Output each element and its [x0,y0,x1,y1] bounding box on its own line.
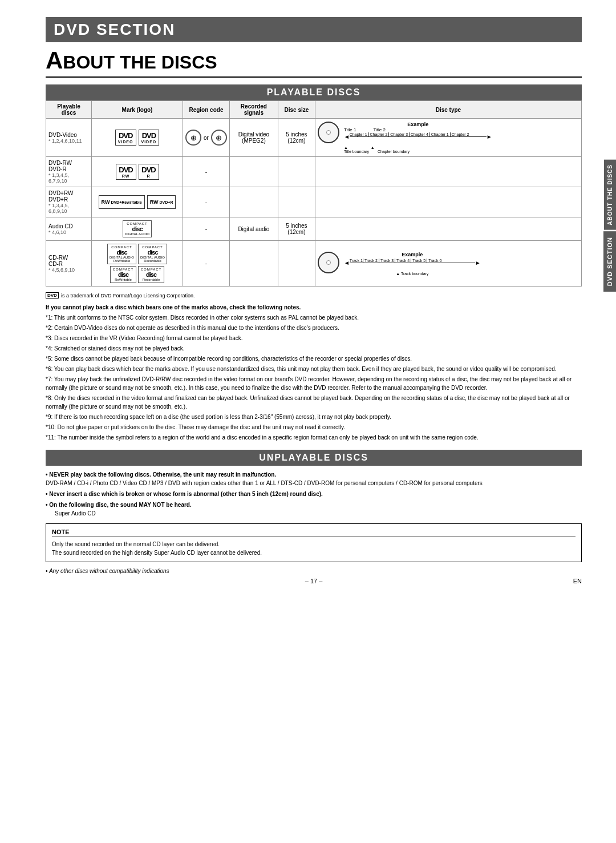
col-mark-logo: Mark (logo) [92,101,183,119]
note-3: *3: Discs recorded in the VR (Video Reco… [46,334,582,342]
dvd-section-label: DVD SECTION [54,21,175,38]
dvdplusr-logo: RW DVD+R [147,195,176,209]
disc-logos-audiocd: COMPACT disc DIGITAL AUDIO [92,217,183,241]
signals-cdrw [229,241,278,287]
disc-type-dvd: Example Title 1 Title 2 ◄ [315,119,581,157]
cdrw-logo-2: COMPACT disc DIGITAL AUDIO Recordable [138,244,167,264]
disc-name-dvdrw: DVD-RW DVD-R * 1,3,4,5,6,7,9,10 [46,157,92,187]
type-audiocd [315,217,581,241]
unplayable-list: NEVER play back the following discs. Oth… [46,470,582,518]
cd-example-diagram: Example ◄ Track 1 Track 2 Track 3 Trac [344,252,481,276]
dvd-section-tab: DVD SECTION [603,231,616,292]
dvd-disc-diagram: Example Title 1 Title 2 ◄ [318,122,579,154]
region-dvdrw: - [183,157,230,187]
size-dvd: 5 inches(12cm) [278,119,315,157]
footer: • Any other discs without compatibility … [46,568,582,584]
signals-dvd: Digital video(MPEG2) [229,119,278,157]
disc-name-audiocd: Audio CD * 4,6,10 [46,217,92,241]
disc-name-cdrw: CD-RW CD-R * 4,5,6,9,10 [46,241,92,287]
dvd-example-label: Example [344,122,492,127]
region-code-dvd-video: ⊕ or ⊕ [183,119,230,157]
note-2: *2: Certain DVD-Video discs do not opera… [46,324,582,332]
region-dvdplusrw: - [183,187,230,217]
cd-example-label: Example [344,252,481,257]
side-tabs: ABOUT THE DISCS DVD SECTION [603,160,616,292]
type-cdrw: Example ◄ Track 1 Track 2 Track 3 Trac [315,241,581,287]
note-box-title: NOTE [52,529,576,537]
disc-icon-cd [318,252,339,273]
audiocd-logo: COMPACT disc DIGITAL AUDIO [123,220,152,237]
about-discs-title: ABOUT THE DISCS [46,47,582,78]
region-cdrw: - [183,241,230,287]
playable-discs-banner: PLAYABLE DISCS [46,84,582,100]
note-9: *9: If there is too much recording space… [46,413,582,421]
trademark-dvd-logo: DVD [46,292,59,299]
note-8: *8: Only the discs recorded in the video… [46,394,582,411]
globe-icon-2: ⊕ [211,130,227,146]
disc-logos-dvd-video: DVD VIDEO DVD VIDEO [92,119,183,157]
disc-logos-cdrw: COMPACT disc DIGITAL AUDIO ReWritable CO… [92,241,183,287]
disc-name-dvdplusrw: DVD+RW DVD+R * 1,3,4,5,6,8,9,10 [46,187,92,217]
dvdr-logo: DVD R [139,164,159,180]
dvd-video-logo-1: DVD VIDEO [115,130,136,146]
en-label: EN [573,578,582,584]
note-box: NOTE Only the sound recorded on the norm… [46,523,582,562]
trademark-text: is a trademark of DVD Format/Logo Licens… [61,293,195,299]
size-dvdrw [278,157,315,187]
dvd-video-logo-2: DVD VIDEO [139,130,160,146]
dvd-section-header: DVD SECTION [46,17,582,42]
note-bold-header: If you cannot play back a disc which bea… [46,303,582,312]
unplayable-section: UNPLAYABLE DISCS NEVER play back the fol… [46,450,582,518]
trademark-line: DVD is a trademark of DVD Format/Logo Li… [46,292,582,299]
note-7: *7: You may play back the unfinalized DV… [46,375,582,392]
disc-name-dvd-video: DVD-Video * 1,2,4,6,10,11 [46,119,92,157]
playable-discs-table: Playablediscs Mark (logo) Region code Re… [46,100,582,287]
cd-disc-diagram: Example ◄ Track 1 Track 2 Track 3 Trac [318,252,579,276]
cdrw-logo-1: COMPACT disc DIGITAL AUDIO ReWritable [107,244,136,264]
unplayable-item-2: Never insert a disc which is broken or w… [46,490,582,498]
signals-dvdplusrw [229,187,278,217]
unplayable-item-1: NEVER play back the following discs. Oth… [46,470,582,487]
note-box-line-2: The sound recorded on the high density S… [52,548,576,557]
col-region-code: Region code [183,101,230,119]
dvd-title2: Title 2 [373,127,386,132]
about-the-discs-tab: ABOUT THE DISCS [604,160,616,230]
note-1: *1: This unit conforms to the NTSC color… [46,313,582,322]
type-dvdplusrw [315,187,581,217]
table-row: Audio CD * 4,6,10 COMPACT disc DIGITAL A… [46,217,582,241]
cdrw-logo-4: COMPACT disc Recordable [138,266,164,283]
disc-logos-dvdplusrw: RW DVD+Rewritable RW DVD+R [92,187,183,217]
size-cdrw [278,241,315,287]
signals-audiocd: Digital audio [229,217,278,241]
col-recorded-signals: Recordedsignals [229,101,278,119]
page-content: DVD SECTION ABOUT THE DISCS PLAYABLE DIS… [23,0,593,602]
note-box-line-1: Only the sound recorded on the normal CD… [52,540,576,548]
page-number: – 17 – [305,578,323,584]
note-10: *10: Do not glue paper or put stickers o… [46,423,582,431]
signals-dvdrw [229,157,278,187]
table-row: DVD+RW DVD+R * 1,3,4,5,6,8,9,10 RW DVD+R… [46,187,582,217]
dvdplusrw-logo: RW DVD+Rewritable [99,195,145,209]
disc-logos-dvdrw: DVD RW DVD R [92,157,183,187]
note-11: *11: The number inside the symbol refers… [46,433,582,442]
region-audiocd: - [183,217,230,241]
disc-icon-dvd [318,122,339,143]
globe-icon-1: ⊕ [185,130,201,146]
note-4: *4: Scratched or stained discs may not b… [46,344,582,353]
dvd-example-diagram: Example Title 1 Title 2 ◄ [344,122,492,154]
table-row: DVD-RW DVD-R * 1,3,4,5,6,7,9,10 DVD RW D… [46,157,582,187]
size-dvdplusrw [278,187,315,217]
table-row: DVD-Video * 1,2,4,6,10,11 DVD VIDEO DVD … [46,119,582,157]
italic-note: • Any other discs without compatibility … [46,568,582,574]
note-6: *6: You can play back discs which bear t… [46,365,582,373]
col-disc-size: Disc size [278,101,315,119]
type-dvdrw [315,157,581,187]
size-audiocd: 5 inches(12cm) [278,217,315,241]
unplayable-item-3: On the following disc, the sound MAY NOT… [46,501,582,518]
note-5: *5: Some discs cannot be played back bec… [46,354,582,363]
dvdrw-logo: DVD RW [116,164,136,180]
col-disc-type: Disc type [315,101,581,119]
unplayable-discs-banner: UNPLAYABLE DISCS [46,450,582,466]
about-discs-text: BOUT THE DISCS [63,52,217,72]
cdrw-logo-3: COMPACT disc ReWritable [110,266,136,283]
